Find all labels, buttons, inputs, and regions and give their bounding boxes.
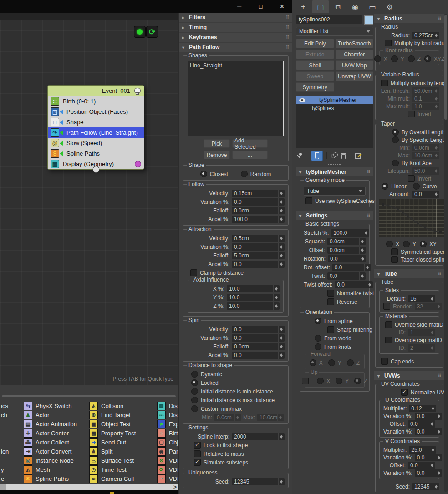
value-field[interactable]: 50.0 xyxy=(412,167,439,175)
z-radio[interactable]: Z xyxy=(408,55,421,62)
spinner-arrows[interactable] xyxy=(436,303,442,310)
checkbox[interactable] xyxy=(194,459,201,466)
geometry-mode-dropdown[interactable]: Tube xyxy=(304,187,366,196)
value-field[interactable]: 0.0 xyxy=(415,469,442,477)
add-selected-button[interactable]: Add Selected xyxy=(232,139,268,148)
radio-button[interactable] xyxy=(382,183,388,190)
value-field[interactable]: 0.0 xyxy=(412,191,439,198)
spinner-arrows[interactable] xyxy=(433,32,439,39)
spinner-arrows[interactable] xyxy=(364,264,371,271)
value-field[interactable]: 0.0cm xyxy=(232,343,285,350)
radio-button[interactable] xyxy=(328,359,335,366)
spinner-arrows[interactable] xyxy=(433,144,439,151)
spinner-arrows[interactable] xyxy=(360,255,366,262)
spinner-arrows[interactable] xyxy=(278,207,285,214)
depot-operator-vdb[interactable]: ⊗VDB xyxy=(157,456,178,465)
radio-button[interactable] xyxy=(317,378,324,384)
modify-tab[interactable]: ▢ xyxy=(312,0,329,13)
spinner-arrows[interactable] xyxy=(429,420,435,428)
spinner-arrows[interactable] xyxy=(359,238,366,245)
depot-operator-actor-convert[interactable]: ⇥Actor Convert xyxy=(24,447,71,456)
value-field[interactable]: 0.0cm xyxy=(214,414,241,421)
lightbulb-icon[interactable] xyxy=(134,88,141,93)
x-radio[interactable]: X xyxy=(386,241,399,247)
rollout-header-tube[interactable]: Tube xyxy=(374,269,444,278)
minimize-button[interactable]: ─ xyxy=(229,0,250,13)
spinner-arrows[interactable] xyxy=(278,326,285,333)
spinner-arrows[interactable] xyxy=(433,483,439,490)
symmetry-button[interactable]: Symmetry xyxy=(296,82,334,92)
rollout-header-settings[interactable]: Settings xyxy=(296,211,373,220)
checkbox[interactable] xyxy=(302,378,309,384)
spinner-arrows[interactable] xyxy=(359,247,366,254)
spinner-arrows[interactable] xyxy=(278,198,285,206)
y-radio[interactable]: Y xyxy=(403,241,416,247)
list-item[interactable]: Line_Straight xyxy=(190,62,281,70)
value-field[interactable]: 12345 xyxy=(232,478,285,485)
value-field[interactable]: 0.0 xyxy=(408,420,435,428)
event-enabled-button[interactable] xyxy=(134,26,146,38)
spinner-arrows[interactable] xyxy=(429,329,435,336)
node-operator-path-follow-line-straight[interactable]: ↷Path Follow (Line_Straight) xyxy=(48,127,144,138)
spinner-arrows[interactable] xyxy=(278,216,285,223)
value-field[interactable]: 0.5cm xyxy=(232,235,285,242)
depot-operator-spline-paths[interactable]: SSpline Paths xyxy=(24,474,69,483)
spinner-arrows[interactable] xyxy=(278,235,285,242)
spinner-arrows[interactable] xyxy=(278,190,285,197)
hscroll-right-arrow-icon[interactable]: > xyxy=(173,484,177,490)
radio-button[interactable] xyxy=(315,335,321,342)
radio-button[interactable] xyxy=(391,55,398,62)
spinner-arrows[interactable] xyxy=(430,446,436,454)
value-field[interactable]: 0.0 xyxy=(232,334,285,342)
spinner-arrows[interactable] xyxy=(430,405,436,412)
rollout-header-timing[interactable]: Timing xyxy=(179,23,292,32)
spinner-arrows[interactable] xyxy=(429,344,435,352)
hierarchy-tab[interactable]: ⧉ xyxy=(329,0,346,13)
spinner-arrows[interactable] xyxy=(429,295,435,302)
checkbox[interactable] xyxy=(190,269,197,276)
value-field[interactable]: 0.0 xyxy=(415,454,442,461)
checkbox[interactable] xyxy=(383,303,390,310)
make-unique-icon[interactable] xyxy=(331,152,338,159)
refresh-button[interactable]: ⟳ xyxy=(146,26,158,38)
x-radio[interactable]: X xyxy=(310,359,323,366)
radio-button[interactable] xyxy=(347,359,354,366)
rollout-grip-icon[interactable] xyxy=(286,45,289,50)
checkbox[interactable] xyxy=(381,80,388,86)
rollout-header-path-follow[interactable]: Path Follow xyxy=(179,43,292,52)
value-field[interactable]: 0.0 xyxy=(415,428,442,435)
modifier-list-dropdown[interactable]: Modifier List xyxy=(296,27,373,36)
node-output-connector[interactable] xyxy=(92,166,99,173)
show-end-result-button[interactable] xyxy=(311,151,323,161)
depot-operator-e[interactable]: e xyxy=(1,474,4,483)
checkbox[interactable] xyxy=(408,175,415,182)
value-field[interactable]: 0.0 xyxy=(327,272,366,280)
spinner-arrows[interactable] xyxy=(278,343,285,350)
utilities-tab[interactable]: ⚙ xyxy=(381,0,398,13)
value-field[interactable]: 0.0 xyxy=(232,326,285,333)
spinner-arrows[interactable] xyxy=(273,294,280,301)
value-field[interactable]: 0.0 xyxy=(232,243,285,251)
checkbox[interactable] xyxy=(385,40,392,46)
radio-button[interactable] xyxy=(310,359,316,366)
value-field[interactable]: 32 xyxy=(415,303,442,310)
visibility-eye-icon[interactable] xyxy=(299,98,305,102)
rollout-header-uvws[interactable]: UVWs xyxy=(374,371,444,380)
value-field[interactable]: 1.0 xyxy=(412,103,439,110)
value-field[interactable]: 12345 xyxy=(412,483,439,490)
radio-button[interactable] xyxy=(354,378,361,384)
spinner-arrows[interactable] xyxy=(278,478,285,485)
spinner-arrows[interactable] xyxy=(278,334,285,342)
depot-operator-birth[interactable]: ◌Birth xyxy=(157,428,178,438)
spinner-arrows[interactable] xyxy=(278,352,285,359)
depot-operator-ion[interactable]: ion xyxy=(1,447,9,456)
value-field[interactable]: 100.0 xyxy=(331,229,369,237)
radio-button[interactable] xyxy=(392,136,399,143)
value-field[interactable]: 0.1 xyxy=(412,95,439,102)
x-radio[interactable]: X xyxy=(374,55,387,62)
value-field[interactable]: 0.0 xyxy=(408,462,435,469)
edit-poly-button[interactable]: Edit Poly xyxy=(296,39,334,48)
depot-operator-actor[interactable]: ♟Actor xyxy=(24,410,49,419)
scrollbar-thumb[interactable] xyxy=(444,15,447,120)
spinner-arrows[interactable] xyxy=(433,191,439,198)
